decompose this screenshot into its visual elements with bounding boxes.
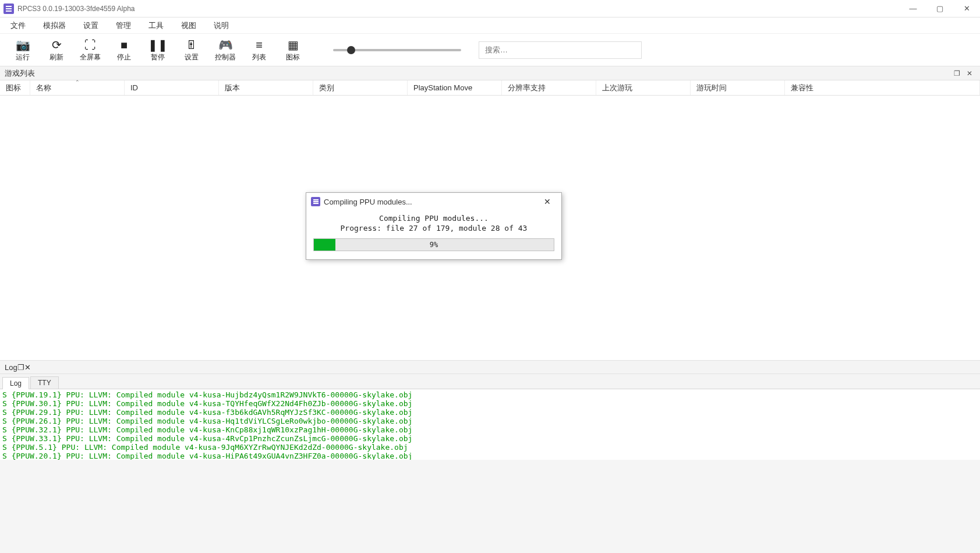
menu-bar: 文件 模拟器 设置 管理 工具 视图 说明 (0, 17, 980, 34)
log-float-button[interactable]: ❐ (17, 363, 24, 372)
column-compat[interactable]: 兼容性 (785, 80, 980, 95)
app-icon (3, 3, 14, 14)
stop-icon: ■ (121, 37, 128, 52)
log-line: S {PPUW.33.1} PPU: LLVM: Compiled module… (2, 434, 978, 443)
toolbar-refresh[interactable]: ⟳刷新 (40, 35, 73, 65)
gamelist-panel-title: 游戏列表 (5, 68, 35, 79)
menu-config[interactable]: 设置 (77, 19, 104, 32)
log-line: S {PPUW.19.1} PPU: LLVM: Compiled module… (2, 390, 978, 399)
modal-body: Compiling PPU modules... Progress: file … (306, 210, 561, 259)
sort-indicator-icon: ⌃ (75, 79, 80, 85)
log-line: S {PPUW.5.1} PPU: LLVM: Compiled module … (2, 443, 978, 452)
menu-view[interactable]: 视图 (175, 19, 202, 32)
toolbar-controller[interactable]: 🎮控制器 (208, 35, 242, 65)
column-category[interactable]: 类别 (313, 80, 408, 95)
log-body[interactable]: S {PPUW.19.1} PPU: LLVM: Compiled module… (0, 389, 980, 460)
menu-tools[interactable]: 工具 (143, 19, 169, 32)
search-box[interactable] (479, 41, 642, 59)
toolbar-grid[interactable]: ▦图标 (276, 35, 310, 65)
fullscreen-icon: ⛶ (84, 37, 96, 52)
log-tabs: Log TTY (0, 374, 980, 389)
toolbar-fullscreen[interactable]: ⛶全屏幕 (73, 35, 107, 65)
app-icon (311, 197, 320, 206)
gamelist-close-button[interactable]: ✕ (964, 68, 975, 79)
column-icon[interactable]: 图标 (0, 80, 30, 95)
log-line: S {PPUW.20.1} PPU: LLVM: Compiled module… (2, 452, 978, 460)
modal-title: Compiling PPU modules... (324, 198, 412, 206)
minimize-button[interactable]: — (900, 0, 926, 17)
log-line: S {PPUW.26.1} PPU: LLVM: Compiled module… (2, 417, 978, 425)
window-title: RPCS3 0.0.19-13003-3fde4559 Alpha (17, 5, 135, 13)
log-close-button[interactable]: ✕ (24, 363, 31, 372)
column-name[interactable]: ⌃名称 (30, 80, 125, 95)
gamelist-columns: 图标 ⌃名称 ID 版本 类别 PlayStation Move 分辨率支持 上… (0, 80, 980, 96)
menu-help[interactable]: 说明 (208, 19, 235, 32)
title-bar: RPCS3 0.0.19-13003-3fde4559 Alpha — ▢ ✕ (0, 0, 980, 17)
modal-close-button[interactable]: ✕ (538, 194, 557, 209)
list-icon: ≡ (256, 37, 263, 52)
toolbar-settings[interactable]: 🎚设置 (175, 35, 208, 65)
column-psmove[interactable]: PlayStation Move (408, 80, 502, 95)
toolbar-run[interactable]: 📷运行 (6, 35, 40, 65)
search-input[interactable] (485, 45, 635, 54)
column-playtime[interactable]: 游玩时间 (691, 80, 785, 95)
toolbar-stop[interactable]: ■停止 (107, 35, 141, 65)
modal-message: Compiling PPU modules... (313, 214, 554, 223)
tab-tty[interactable]: TTY (30, 376, 59, 389)
log-line: S {PPUW.32.1} PPU: LLVM: Compiled module… (2, 425, 978, 434)
column-resolution[interactable]: 分辨率支持 (502, 80, 596, 95)
log-line: S {PPUW.30.1} PPU: LLVM: Compiled module… (2, 399, 978, 408)
refresh-icon: ⟳ (52, 37, 62, 52)
progress-percent: 9% (314, 239, 554, 251)
menu-file[interactable]: 文件 (5, 19, 31, 32)
close-button[interactable]: ✕ (953, 0, 980, 17)
tab-log[interactable]: Log (2, 377, 29, 389)
gamelist-panel-header: 游戏列表 ❐ ✕ (0, 66, 980, 80)
modal-progress-text: Progress: file 27 of 179, module 28 of 4… (313, 224, 554, 233)
sliders-icon: 🎚 (186, 37, 197, 52)
menu-emulator[interactable]: 模拟器 (37, 19, 72, 32)
column-version[interactable]: 版本 (219, 80, 313, 95)
grid-icon: ▦ (288, 37, 299, 52)
gamelist-float-button[interactable]: ❐ (951, 68, 963, 79)
column-lastplay[interactable]: 上次游玩 (596, 80, 691, 95)
maximize-button[interactable]: ▢ (926, 0, 953, 17)
progress-bar: 9% (313, 238, 554, 251)
log-panel-title: Log (5, 363, 17, 372)
toolbar-list[interactable]: ≡列表 (242, 35, 276, 65)
log-panel-header: Log ❐ ✕ (0, 360, 980, 374)
menu-manage[interactable]: 管理 (110, 19, 137, 32)
toolbar-pause[interactable]: ❚❚暂停 (141, 35, 175, 65)
pause-icon: ❚❚ (148, 37, 168, 52)
toolbar: 📷运行 ⟳刷新 ⛶全屏幕 ■停止 ❚❚暂停 🎚设置 🎮控制器 ≡列表 ▦图标 (0, 34, 980, 66)
gamepad-icon: 🎮 (218, 37, 233, 52)
icon-size-slider[interactable] (333, 49, 461, 51)
compile-modal: Compiling PPU modules... ✕ Compiling PPU… (306, 192, 562, 260)
modal-titlebar: Compiling PPU modules... ✕ (306, 193, 561, 210)
camera-icon: 📷 (16, 37, 30, 52)
log-line: S {PPUW.29.1} PPU: LLVM: Compiled module… (2, 408, 978, 417)
column-id[interactable]: ID (125, 80, 219, 95)
